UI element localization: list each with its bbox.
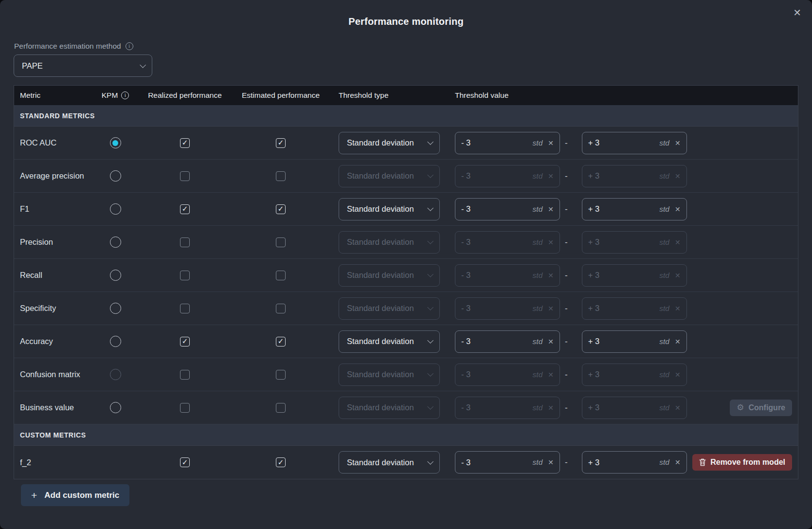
threshold-type-select[interactable]: Standard deviation [339,397,440,419]
clear-icon[interactable]: ✕ [548,172,554,180]
clear-icon[interactable]: ✕ [675,272,681,279]
clear-icon[interactable]: ✕ [548,139,554,147]
estimated-performance-checkbox[interactable]: ✓ [276,337,286,347]
estimated-performance-checkbox[interactable]: ✓ [276,370,286,380]
clear-icon[interactable]: ✕ [675,458,681,466]
table-row: Average precision ✓ ✓ Standard deviation… [14,160,798,193]
estimated-performance-checkbox[interactable]: ✓ [276,204,286,214]
clear-icon[interactable]: ✕ [548,272,554,279]
clear-icon[interactable]: ✕ [548,305,554,312]
realized-performance-checkbox[interactable]: ✓ [180,138,190,148]
kpm-radio[interactable] [110,137,121,148]
clear-icon[interactable]: ✕ [675,338,681,346]
metric-label: Accuracy [14,337,95,346]
realized-performance-checkbox[interactable]: ✓ [180,271,190,280]
realized-performance-checkbox[interactable]: ✓ [180,304,190,313]
realized-performance-checkbox[interactable]: ✓ [180,457,190,467]
add-custom-metric-button[interactable]: + Add custom metric [21,484,129,506]
range-separator: - [565,457,568,467]
threshold-high-input[interactable]: + 3 std ✕ [582,165,687,187]
clear-icon[interactable]: ✕ [548,338,554,346]
realized-performance-checkbox[interactable]: ✓ [180,337,190,347]
estimation-method-label: Performance estimation method [14,42,121,51]
clear-icon[interactable]: ✕ [548,458,554,466]
chevron-down-icon [427,403,433,410]
estimated-performance-checkbox[interactable]: ✓ [276,237,286,247]
threshold-low-input[interactable]: - 3 std ✕ [455,165,560,187]
realized-performance-checkbox[interactable]: ✓ [180,237,190,247]
range-separator: - [565,171,568,181]
info-icon[interactable]: i [126,42,133,50]
clear-icon[interactable]: ✕ [548,371,554,379]
estimated-performance-checkbox[interactable]: ✓ [276,403,286,413]
kpm-radio[interactable] [110,237,121,248]
threshold-low-input[interactable]: - 3 std ✕ [455,451,560,474]
kpm-radio[interactable] [110,402,121,413]
estimated-performance-checkbox[interactable]: ✓ [276,304,286,313]
clear-icon[interactable]: ✕ [548,238,554,246]
unit-label: std [533,139,543,147]
clear-icon[interactable]: ✕ [675,172,681,180]
threshold-low-input[interactable]: - 3 std ✕ [455,297,560,320]
estimated-performance-checkbox[interactable]: ✓ [276,271,286,280]
threshold-low-input[interactable]: - 3 std ✕ [455,364,560,386]
unit-label: std [533,403,543,412]
realized-performance-checkbox[interactable]: ✓ [180,171,190,181]
estimation-method-select[interactable]: PAPE [14,55,152,77]
kpm-radio[interactable] [110,336,121,347]
estimated-performance-checkbox[interactable]: ✓ [276,138,286,148]
threshold-high-input[interactable]: + 3 std ✕ [582,132,687,154]
table-row: Precision ✓ ✓ Standard deviation - 3 std… [14,226,798,259]
kpm-radio[interactable] [110,303,121,314]
clear-icon[interactable]: ✕ [675,205,681,213]
info-icon[interactable]: i [121,91,129,99]
threshold-high-input[interactable]: + 3 std ✕ [582,198,687,220]
clear-icon[interactable]: ✕ [548,205,554,213]
threshold-high-input[interactable]: + 3 std ✕ [582,397,687,419]
threshold-high-input[interactable]: + 3 std ✕ [582,364,687,386]
metric-label: ROC AUC [14,138,95,147]
clear-icon[interactable]: ✕ [675,139,681,147]
clear-icon[interactable]: ✕ [675,305,681,312]
threshold-high-input[interactable]: + 3 std ✕ [582,330,687,353]
close-icon[interactable]: ✕ [793,8,801,18]
threshold-type-select[interactable]: Standard deviation [339,297,440,320]
threshold-type-select[interactable]: Standard deviation [339,165,440,187]
kpm-radio[interactable] [110,270,121,281]
clear-icon[interactable]: ✕ [548,404,554,412]
threshold-type-select[interactable]: Standard deviation [339,264,440,287]
threshold-type-select[interactable]: Standard deviation [339,364,440,386]
threshold-low-input[interactable]: - 3 std ✕ [455,198,560,220]
threshold-type-select[interactable]: Standard deviation [339,132,440,154]
header-realized-performance: Realized performance [135,91,235,100]
clear-icon[interactable]: ✕ [675,238,681,246]
kpm-radio[interactable] [110,170,121,182]
threshold-high-input[interactable]: + 3 std ✕ [582,297,687,320]
realized-performance-checkbox[interactable]: ✓ [180,204,190,214]
realized-performance-checkbox[interactable]: ✓ [180,370,190,380]
threshold-type-select[interactable]: Standard deviation [339,231,440,254]
threshold-high-input[interactable]: + 3 std ✕ [582,231,687,254]
threshold-high-input[interactable]: + 3 std ✕ [582,451,687,474]
chevron-down-icon [427,139,433,145]
chevron-down-icon [427,337,433,344]
threshold-low-input[interactable]: - 3 std ✕ [455,132,560,154]
kpm-radio[interactable] [110,203,121,215]
clear-icon[interactable]: ✕ [675,371,681,379]
clear-icon[interactable]: ✕ [675,404,681,412]
estimated-performance-checkbox[interactable]: ✓ [276,171,286,181]
threshold-low-input[interactable]: - 3 std ✕ [455,397,560,419]
threshold-low-input[interactable]: - 3 std ✕ [455,330,560,353]
table-row: f_2 ✓ ✓ Standard deviation - 3 std ✕ - +… [14,446,798,479]
unit-label: std [533,172,543,181]
realized-performance-checkbox[interactable]: ✓ [180,403,190,413]
threshold-type-select[interactable]: Standard deviation [339,330,440,353]
threshold-type-select[interactable]: Standard deviation [339,198,440,220]
chevron-down-icon [427,370,433,377]
threshold-type-select[interactable]: Standard deviation [339,451,440,474]
estimated-performance-checkbox[interactable]: ✓ [276,457,286,467]
threshold-low-input[interactable]: - 3 std ✕ [455,231,560,254]
threshold-high-input[interactable]: + 3 std ✕ [582,264,687,287]
threshold-low-input[interactable]: - 3 std ✕ [455,264,560,287]
remove-from-model-button[interactable]: Remove from model [692,454,792,471]
